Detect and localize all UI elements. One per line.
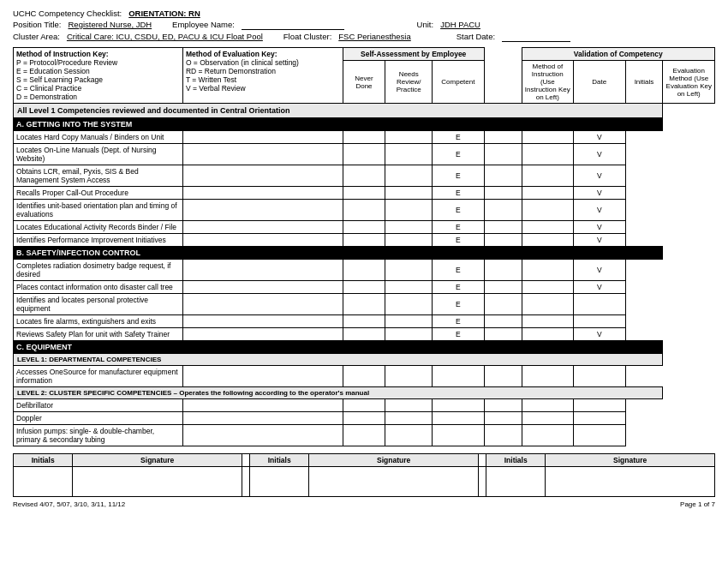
item-desc: Identifies Performance Improvement Initi…	[14, 234, 183, 247]
instruction-key-header: Method of Instruction Key:	[16, 50, 180, 58]
table-row: Completes radiation dosimetry badge requ…	[14, 260, 715, 281]
signature-2-value[interactable]	[309, 467, 479, 497]
table-row: Defibrillator	[14, 399, 715, 412]
signature-table: Initials Signature Initials Signature In…	[13, 453, 715, 497]
initials-header: Initials	[625, 61, 663, 104]
signature-col-1-header: Signature	[73, 454, 242, 467]
position-value: Registered Nurse, JDH	[69, 20, 152, 29]
table-row: Places contact information onto disaster…	[14, 281, 715, 294]
section-c-header: C. EQUIPMENT	[14, 341, 663, 354]
cluster-value: Critical Care: ICU, CSDU, ED, PACU & ICU…	[67, 32, 263, 41]
level1-header: LEVEL 1: DEPARTMENTAL COMPETENCIES	[14, 354, 663, 366]
position-label: Position Title:	[13, 20, 62, 29]
competent-header: Competent	[433, 61, 484, 104]
signature-col-2-header: Signature	[309, 454, 479, 467]
section-a-header: A. GETTING INTO THE SYSTEM	[14, 118, 663, 131]
instruction-item-4: C = Clinical Practice	[16, 84, 180, 93]
table-row: Identifies unit-based orientation plan a…	[14, 200, 715, 221]
table-row: Locates On-Line Manuals (Dept. of Nursin…	[14, 144, 715, 165]
signature-3-value[interactable]	[546, 467, 715, 497]
table-row: Recalls Proper Call-Out Procedure E V	[14, 187, 715, 200]
method-instruction-header: Method of Instruction (Use Instruction K…	[522, 61, 573, 104]
level2-header: LEVEL 2: CLUSTER SPECIFIC COMPETENCIES –…	[14, 387, 663, 399]
eval-item-4: V = Verbal Review	[186, 84, 340, 93]
initials-2-value[interactable]	[249, 467, 308, 497]
table-row: Locates Hard Copy Manuals / Binders on U…	[14, 131, 715, 144]
table-row: Reviews Safety Plan for unit with Safety…	[14, 328, 715, 341]
table-row: Doppler	[14, 412, 715, 425]
all-level-text: All Level 1 Competencies reviewed and do…	[14, 104, 663, 118]
table-row: Identifies and locates personal protecti…	[14, 294, 715, 315]
instruction-item-3: S = Self Learning Package	[16, 75, 180, 84]
item-desc: Locates Hard Copy Manuals / Binders on U…	[14, 131, 183, 144]
table-row: Locates fire alarms, extinguishers and e…	[14, 315, 715, 328]
item-desc: Obtains LCR, email, Pyxis, SIS & Bed Man…	[14, 165, 183, 187]
item-desc: Locates Educational Activity Records Bin…	[14, 221, 183, 234]
employee-value	[242, 20, 344, 30]
signature-col-3-header: Signature	[546, 454, 715, 467]
revised-text: Revised 4/07, 5/07, 3/10, 3/11, 11/12	[13, 500, 125, 508]
item-desc: Locates On-Line Manuals (Dept. of Nursin…	[14, 144, 183, 165]
table-row: Locates Educational Activity Records Bin…	[14, 221, 715, 234]
employee-label: Employee Name:	[172, 20, 235, 29]
instruction-item-1: P = Protocol/Procedure Review	[16, 58, 180, 67]
title-subtitle: ORIENTATION: RN	[128, 9, 200, 18]
eval-method-header: Evaluation Method (Use Evaluation Key on…	[663, 61, 715, 104]
competency-table: Method of Instruction Key: P = Protocol/…	[13, 47, 715, 446]
item-desc: Completes radiation dosimetry badge requ…	[14, 260, 183, 281]
start-date-value	[502, 32, 570, 42]
title-label: UCHC Competency Checklist:	[13, 9, 122, 18]
item-desc: Places contact information onto disaster…	[14, 281, 183, 294]
item-desc: Accesses OneSource for manufacturer equi…	[14, 366, 183, 387]
item-desc: Locates fire alarms, extinguishers and e…	[14, 315, 183, 328]
table-row: Infusion pumps: single- & double-chamber…	[14, 425, 715, 446]
never-done-header: Never Done	[343, 61, 385, 104]
table-row: Identifies Performance Improvement Initi…	[14, 234, 715, 247]
item-desc: Identifies unit-based orientation plan a…	[14, 200, 183, 221]
table-row: Obtains LCR, email, Pyxis, SIS & Bed Man…	[14, 165, 715, 187]
section-b-header: B. SAFETY/INFECTION CONTROL	[14, 247, 663, 260]
eval-item-3: T = Written Test	[186, 75, 340, 84]
self-assessment-header: Self-Assessment by Employee	[343, 48, 484, 61]
item-desc: Reviews Safety Plan for unit with Safety…	[14, 328, 183, 341]
item-desc: Infusion pumps: single- & double-chamber…	[14, 425, 183, 446]
item-desc: Defibrillator	[14, 399, 183, 412]
validation-header: Validation of Competency	[522, 48, 714, 61]
cluster-label: Cluster Area:	[13, 32, 60, 41]
item-desc: Recalls Proper Call-Out Procedure	[14, 187, 183, 200]
eval-item-1: O = Observation (in clinical setting)	[186, 58, 340, 67]
page-footer: Revised 4/07, 5/07, 3/10, 3/11, 11/12 Pa…	[13, 500, 715, 508]
signature-1-value[interactable]	[73, 467, 242, 497]
page-number: Page 1 of 7	[680, 500, 715, 508]
needs-review-header: Needs Review/ Practice	[385, 61, 433, 104]
eval-item-2: RD = Return Demonstration	[186, 67, 340, 75]
float-value: FSC Perianesthesia	[338, 32, 410, 41]
initials-col-1-header: Initials	[14, 454, 73, 467]
initials-1-value[interactable]	[14, 467, 73, 497]
evaluation-key-cell: Method of Evaluation Key: O = Observatio…	[182, 48, 343, 104]
float-label: Float Cluster:	[283, 32, 332, 41]
initials-3-value[interactable]	[486, 467, 545, 497]
start-label: Start Date:	[456, 32, 495, 41]
initials-col-3-header: Initials	[486, 454, 545, 467]
table-row: Accesses OneSource for manufacturer equi…	[14, 366, 715, 387]
instruction-key-cell: Method of Instruction Key: P = Protocol/…	[14, 48, 183, 104]
document-header: UCHC Competency Checklist: ORIENTATION: …	[13, 9, 715, 42]
initials-col-2-header: Initials	[249, 454, 308, 467]
unit-label: Unit:	[417, 20, 434, 29]
instruction-item-5: D = Demonstration	[16, 93, 180, 101]
item-desc: Doppler	[14, 412, 183, 425]
date-header: Date	[574, 61, 625, 104]
instruction-item-2: E = Education Session	[16, 67, 180, 75]
unit-value: JDH PACU	[440, 20, 480, 29]
evaluation-key-header: Method of Evaluation Key:	[186, 50, 340, 58]
item-desc: Identifies and locates personal protecti…	[14, 294, 183, 315]
